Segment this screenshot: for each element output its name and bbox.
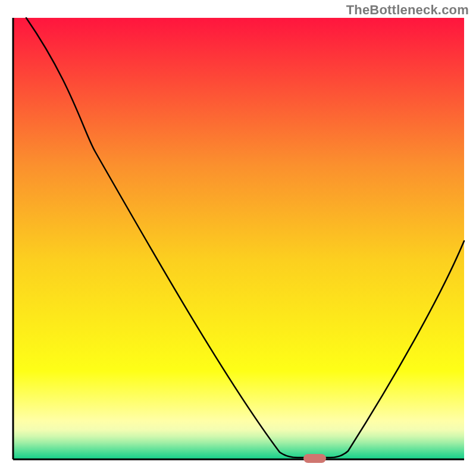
watermark-text: TheBottleneck.com: [346, 2, 469, 18]
bottleneck-chart: TheBottleneck.com: [0, 0, 476, 476]
chart-svg: [0, 0, 476, 476]
optimum-marker: [303, 454, 326, 463]
